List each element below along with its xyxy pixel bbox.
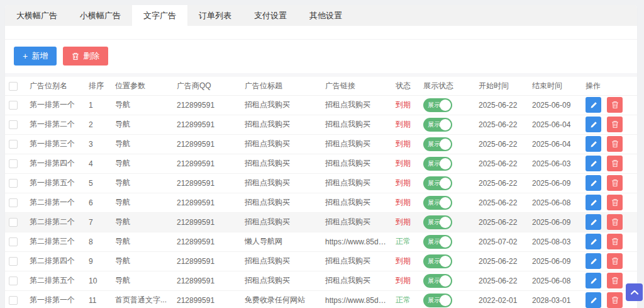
delete-button[interactable]: [607, 136, 623, 152]
row-checkbox[interactable]: [9, 179, 18, 188]
row-checkbox[interactable]: [9, 277, 18, 285]
start-date: 2025-07-02: [475, 232, 529, 251]
table-row: 第一排第一个 1 导航 212899591 招租点我购买 招租点我购买 到期 展…: [5, 95, 637, 115]
column-header: 操作: [582, 77, 637, 95]
table-row: 第一排第一个 11 首页普通文字... 212899591 免费收录任何网站 h…: [5, 290, 637, 308]
display-toggle-label: 展示: [428, 257, 440, 266]
advertiser-qq: 212899591: [174, 271, 242, 290]
tab-item[interactable]: 其他设置: [298, 5, 353, 26]
table-row: 第二排第五个 10 导航 212899591 招租点我购买 招租点我购买 到期 …: [5, 271, 637, 290]
edit-button[interactable]: [586, 175, 601, 191]
row-checkbox[interactable]: [9, 198, 18, 207]
delete-button[interactable]: [607, 117, 623, 132]
delete-button[interactable]: [607, 156, 623, 171]
tab-item[interactable]: 大横幅广告: [5, 5, 69, 26]
sort-order: 2: [86, 115, 112, 134]
row-checkbox[interactable]: [9, 101, 18, 110]
ad-link: 招租点我购买: [322, 271, 392, 290]
status-text: 正常: [396, 295, 411, 304]
start-date: 2022-02-01: [475, 290, 529, 308]
row-checkbox[interactable]: [9, 120, 18, 129]
edit-button[interactable]: [586, 234, 601, 249]
display-toggle[interactable]: 展示: [423, 215, 452, 229]
table-row: 第二排第一个 6 导航 212899591 招租点我购买 招租点我购买 到期 展…: [5, 193, 637, 212]
pencil-icon: [590, 258, 597, 265]
select-all-checkbox[interactable]: [9, 82, 18, 91]
edit-button[interactable]: [586, 97, 601, 113]
row-checkbox[interactable]: [9, 159, 18, 168]
tab-bar: 大横幅广告小横幅广告文字广告订单列表支付设置其他设置: [5, 5, 637, 26]
display-toggle[interactable]: 展示: [423, 274, 452, 288]
ad-slot-title: 招租点我购买: [242, 134, 322, 154]
position-param: 首页普通文字...: [112, 290, 174, 308]
row-checkbox[interactable]: [9, 296, 18, 305]
ad-link: 招租点我购买: [322, 193, 392, 212]
display-toggle[interactable]: 展示: [423, 157, 452, 171]
display-toggle[interactable]: 展示: [423, 254, 452, 268]
display-toggle[interactable]: 展示: [423, 176, 452, 190]
end-date: 2025-06-03: [529, 154, 582, 173]
trash-icon: [611, 101, 619, 109]
start-date: 2025-06-22: [475, 251, 529, 271]
start-date: 2025-06-22: [475, 271, 529, 290]
tab-item[interactable]: 支付设置: [243, 5, 298, 26]
display-toggle[interactable]: 展示: [423, 196, 452, 210]
display-toggle[interactable]: 展示: [423, 118, 452, 132]
edit-button[interactable]: [586, 156, 601, 171]
delete-button[interactable]: [607, 234, 623, 249]
row-checkbox[interactable]: [9, 257, 18, 266]
delete-button[interactable]: [607, 175, 623, 191]
delete-button[interactable]: [607, 97, 623, 113]
delete-button[interactable]: [607, 195, 623, 210]
row-checkbox[interactable]: [9, 237, 18, 246]
display-toggle-label: 展示: [428, 159, 440, 168]
delete-button[interactable]: [607, 214, 623, 230]
table-row: 第一排第四个 4 导航 212899591 招租点我购买 招租点我购买 到期 展…: [5, 154, 637, 173]
display-toggle[interactable]: 展示: [423, 98, 452, 112]
tab-item[interactable]: 文字广告: [132, 5, 187, 26]
tab-item[interactable]: 订单列表: [187, 5, 243, 26]
sort-order: 6: [86, 193, 112, 212]
tab-item[interactable]: 小横幅广告: [69, 5, 132, 26]
trash-icon: [611, 159, 619, 168]
table-row: 第二排第四个 9 导航 212899591 招租点我购买 招租点我购买 到期 展…: [5, 251, 637, 271]
ad-link: 招租点我购买: [322, 134, 392, 154]
delete-button[interactable]: [607, 292, 623, 308]
ad-slot-title: 招租点我购买: [242, 251, 322, 271]
ad-slot-alias: 第二排第五个: [26, 271, 86, 290]
toggle-knob-icon: [440, 100, 451, 111]
display-toggle[interactable]: 展示: [423, 137, 452, 151]
delete-button[interactable]: [607, 273, 623, 288]
pencil-icon: [590, 297, 597, 304]
edit-button[interactable]: [586, 117, 601, 132]
edit-button[interactable]: [586, 292, 601, 308]
edit-button[interactable]: [586, 273, 601, 288]
trash-icon: [611, 257, 619, 265]
add-button[interactable]: + 新增: [14, 47, 57, 66]
start-date: 2025-06-22: [475, 212, 529, 232]
back-to-top-button[interactable]: [626, 283, 643, 301]
ad-slot-alias: 第一排第二个: [26, 115, 86, 134]
table-row: 第一排第二个 2 导航 212899591 招租点我购买 招租点我购买 到期 展…: [5, 115, 637, 134]
display-toggle-label: 展示: [428, 277, 440, 285]
row-checkbox[interactable]: [9, 218, 18, 227]
delete-button[interactable]: [607, 253, 623, 269]
ad-link: https://www.85dh....: [322, 290, 392, 308]
status-text: 到期: [396, 100, 411, 109]
sort-order: 7: [86, 212, 112, 232]
column-header: 位置参数: [112, 77, 174, 95]
edit-button[interactable]: [586, 136, 601, 152]
position-param: 导航: [112, 173, 174, 193]
display-toggle[interactable]: 展示: [423, 294, 452, 307]
toggle-knob-icon: [440, 119, 451, 130]
toggle-knob-icon: [440, 178, 451, 189]
end-date: 2028-03-01: [529, 290, 582, 308]
edit-button[interactable]: [586, 253, 601, 269]
row-checkbox[interactable]: [9, 140, 18, 149]
display-toggle[interactable]: 展示: [423, 235, 452, 249]
bulk-delete-button[interactable]: 删除: [63, 47, 108, 66]
edit-button[interactable]: [586, 195, 601, 210]
edit-button[interactable]: [586, 214, 601, 230]
sort-order: 11: [86, 290, 112, 308]
sort-order: 5: [86, 173, 112, 193]
